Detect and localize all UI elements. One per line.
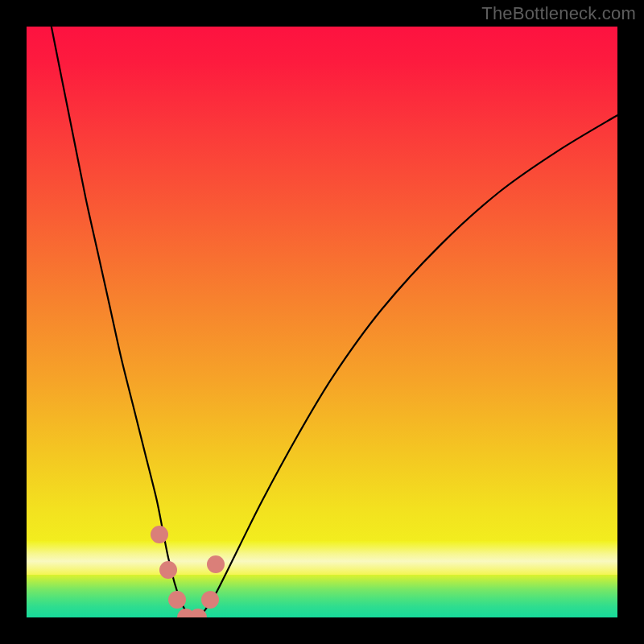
chart-frame: TheBottleneck.com (0, 0, 644, 644)
plot-area (27, 27, 617, 617)
curve-marker (207, 555, 225, 573)
curve-marker (201, 591, 219, 609)
bottleneck-curve (27, 27, 617, 617)
watermark-label: TheBottleneck.com (481, 3, 636, 24)
curve-marker (168, 591, 186, 609)
